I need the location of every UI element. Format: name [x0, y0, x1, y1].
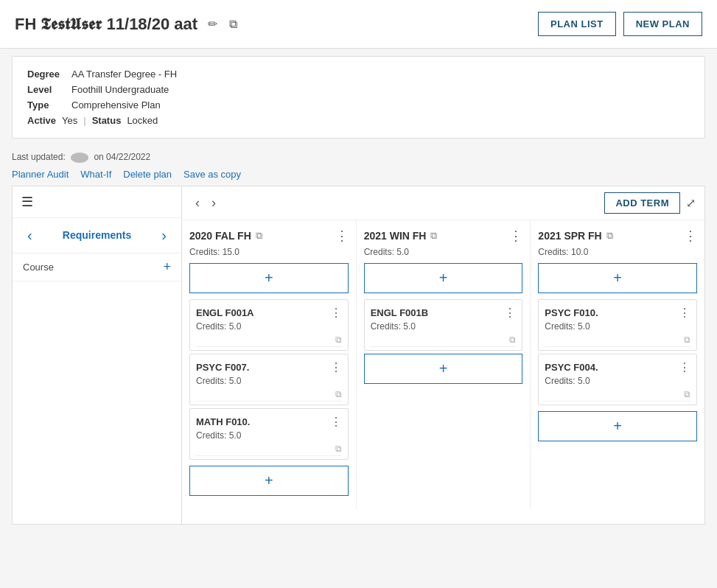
course-card: ENGL F001A ⋮ Credits: 5.0 ⧉	[189, 299, 349, 351]
last-updated-suffix: on 04/22/2022	[94, 152, 150, 162]
sidebar-back-arrow[interactable]: ‹	[23, 225, 37, 245]
course-note-icon[interactable]: ⧉	[335, 389, 342, 399]
next-term-arrow[interactable]: ›	[207, 194, 220, 212]
course-card: PSYC F007. ⋮ Credits: 5.0 ⧉	[189, 354, 349, 405]
status-value: Locked	[127, 115, 158, 126]
status-label: Status	[92, 115, 122, 126]
meta-links: Planner Audit What-If Delete plan Save a…	[0, 166, 717, 186]
course-note-row: ⧉	[545, 335, 690, 347]
header-icons: ✏ ⧉	[205, 15, 240, 32]
content-toolbar: ‹ › ADD TERM ⤢	[182, 186, 704, 220]
course-kebab-menu[interactable]: ⋮	[330, 415, 342, 429]
add-course-bottom-2020FAL[interactable]: +	[189, 466, 349, 496]
course-card: MATH F010. ⋮ Credits: 5.0 ⧉	[189, 408, 349, 460]
add-course-top-2021WIN[interactable]: +	[364, 263, 523, 293]
course-credits: Credits: 5.0	[196, 430, 342, 441]
edit-icon[interactable]: ✏	[205, 15, 220, 32]
sidebar: ☰ ‹ Requirements › Course +	[12, 186, 181, 525]
add-term-button[interactable]: ADD TERM	[604, 192, 680, 214]
term-column-2021SPR: 2021 SPR FH ⧉ ⋮ Credits: 10.0+ PSYC F010…	[531, 220, 704, 509]
term-title: 2021 SPR FH	[538, 230, 601, 242]
course-kebab-menu[interactable]: ⋮	[330, 306, 342, 320]
course-note-icon[interactable]: ⧉	[684, 389, 690, 399]
term-note-icon[interactable]: ⧉	[256, 230, 262, 242]
course-name: MATH F010.	[196, 416, 250, 427]
course-note-icon[interactable]: ⧉	[335, 335, 342, 345]
course-name: ENGL F001A	[196, 307, 254, 318]
degree-row: Degree AA Transfer Degree - FH	[27, 69, 690, 80]
level-label: Level	[27, 84, 71, 95]
course-note-icon[interactable]: ⧉	[684, 335, 690, 345]
course-credits: Credits: 5.0	[545, 321, 690, 332]
save-as-copy-link[interactable]: Save as copy	[183, 169, 241, 180]
header-buttons: PLAN LIST NEW PLAN	[538, 12, 702, 36]
add-course-sidebar-button[interactable]: +	[163, 259, 171, 275]
header-left: FH 𝕿𝖊𝖘𝖙𝖀𝖘𝖊𝖗 11/18/20 aat ✏ ⧉	[15, 15, 240, 34]
separator: |	[83, 115, 85, 126]
prev-term-arrow[interactable]: ‹	[191, 194, 204, 212]
type-value: Comprehensive Plan	[71, 99, 161, 111]
new-plan-button[interactable]: NEW PLAN	[623, 12, 702, 36]
meta-section: Last updated: on 04/22/2022	[0, 146, 717, 166]
copy-icon[interactable]: ⧉	[226, 16, 240, 32]
terms-container: 2020 FAL FH ⧉ ⋮ Credits: 15.0+ ENGL F001…	[182, 220, 704, 509]
content-area: ‹ › ADD TERM ⤢ 2020 FAL FH ⧉ ⋮ Credits: …	[181, 186, 705, 525]
course-kebab-menu[interactable]: ⋮	[679, 360, 690, 374]
course-note-icon[interactable]: ⧉	[335, 444, 342, 454]
term-kebab-menu[interactable]: ⋮	[335, 228, 349, 244]
term-title: 2020 FAL FH	[189, 230, 251, 242]
term-kebab-menu[interactable]: ⋮	[684, 228, 697, 244]
term-note-icon[interactable]: ⧉	[430, 230, 437, 242]
course-card-header: ENGL F001A ⋮	[196, 306, 342, 320]
sidebar-requirements-nav: ‹ Requirements ›	[13, 218, 181, 253]
term-credits: Credits: 5.0	[364, 247, 523, 257]
course-name: PSYC F010.	[545, 307, 598, 318]
course-card-header: MATH F010. ⋮	[196, 415, 342, 429]
header: FH 𝕿𝖊𝖘𝖙𝖀𝖘𝖊𝖗 11/18/20 aat ✏ ⧉ PLAN LIST N…	[0, 0, 717, 49]
planner-audit-link[interactable]: Planner Audit	[12, 169, 69, 180]
course-card: PSYC F004. ⋮ Credits: 5.0 ⧉	[538, 354, 697, 405]
term-title-area: 2021 SPR FH ⧉	[538, 230, 612, 242]
course-card: ENGL F001B ⋮ Credits: 5.0 ⧉	[364, 299, 523, 351]
term-nav-arrows: ‹ ›	[191, 194, 220, 212]
course-card-header: PSYC F007. ⋮	[196, 360, 342, 374]
course-credits: Credits: 5.0	[371, 321, 517, 332]
course-name: PSYC F007.	[196, 362, 249, 373]
course-card-header: PSYC F004. ⋮	[545, 360, 690, 374]
add-course-bottom-2021SPR[interactable]: +	[538, 411, 697, 441]
delete-plan-link[interactable]: Delete plan	[123, 169, 172, 180]
expand-icon[interactable]: ⤢	[686, 196, 696, 210]
course-kebab-menu[interactable]: ⋮	[330, 360, 342, 374]
term-title-area: 2020 FAL FH ⧉	[189, 230, 262, 242]
course-label: Course	[23, 262, 54, 273]
add-course-top-2020FAL[interactable]: +	[189, 263, 349, 293]
plan-list-button[interactable]: PLAN LIST	[538, 12, 616, 36]
course-note-icon[interactable]: ⧉	[509, 335, 516, 345]
course-kebab-menu[interactable]: ⋮	[504, 306, 516, 320]
type-row: Type Comprehensive Plan	[27, 99, 690, 111]
sidebar-forward-arrow[interactable]: ›	[157, 225, 171, 245]
term-header-2021SPR: 2021 SPR FH ⧉ ⋮	[538, 228, 697, 244]
term-note-icon[interactable]: ⧉	[606, 230, 613, 242]
course-note-row: ⧉	[371, 335, 517, 347]
main-area: ☰ ‹ Requirements › Course + ‹ › ADD TERM…	[12, 186, 705, 525]
term-column-2020FAL: 2020 FAL FH ⧉ ⋮ Credits: 15.0+ ENGL F001…	[182, 220, 357, 509]
term-title: 2021 WIN FH	[364, 230, 427, 242]
level-value: Foothill Undergraduate	[71, 84, 169, 95]
term-title-area: 2021 WIN FH ⧉	[364, 230, 438, 242]
term-kebab-menu[interactable]: ⋮	[509, 228, 522, 244]
add-course-top-2021SPR[interactable]: +	[538, 263, 697, 293]
course-note-row: ⧉	[196, 335, 342, 347]
what-if-link[interactable]: What-If	[80, 169, 111, 180]
sidebar-menu[interactable]: ☰	[13, 186, 181, 218]
course-note-row: ⧉	[196, 389, 342, 402]
course-name: PSYC F004.	[545, 362, 598, 373]
course-card-header: ENGL F001B ⋮	[371, 306, 517, 320]
term-header-2021WIN: 2021 WIN FH ⧉ ⋮	[364, 228, 523, 244]
course-card-header: PSYC F010. ⋮	[545, 306, 690, 320]
add-course-mid-2021WIN[interactable]: +	[364, 354, 523, 384]
active-label: Active	[27, 115, 56, 126]
last-updated-avatar	[71, 153, 88, 163]
term-header-2020FAL: 2020 FAL FH ⧉ ⋮	[189, 228, 349, 244]
course-kebab-menu[interactable]: ⋮	[679, 306, 690, 320]
